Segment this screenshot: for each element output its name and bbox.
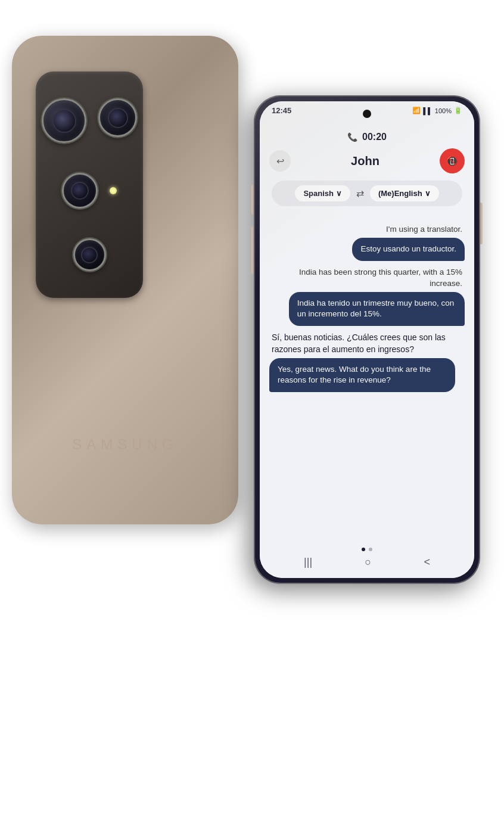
call-header: 📞 00:20 ↩ John 📵 Spanish ∨ ⇄ <box>260 117 474 218</box>
source-chevron-icon: ∨ <box>336 189 342 198</box>
call-timer: 📞 00:20 <box>269 132 465 142</box>
back-arrow-button[interactable]: ↩ <box>269 150 291 172</box>
chat-area: I'm using a translator. Estoy usando un … <box>260 218 474 543</box>
camera-row-bottom <box>73 238 106 271</box>
signal-icon: ▌▌ <box>423 107 433 114</box>
recent-apps-button[interactable]: ||| <box>304 556 312 568</box>
end-call-icon: 📵 <box>446 156 458 167</box>
message-2-original: India has been strong this quarter, with… <box>269 267 465 290</box>
camera-lens-quaternary <box>73 238 106 271</box>
camera-lens-tertiary <box>62 173 98 209</box>
camera-module <box>36 72 143 298</box>
bottom-navigation: ||| ○ < <box>260 543 474 578</box>
battery-icon: 🔋 <box>454 107 462 114</box>
page-dot-1 <box>362 548 365 551</box>
message-3-original: Sí, buenas noticias. ¿Cuáles crees que s… <box>269 332 465 355</box>
camera-lens-main <box>42 98 86 143</box>
front-power-button[interactable] <box>480 203 483 244</box>
camera-lens-secondary <box>98 98 137 137</box>
wifi-icon: 📶 <box>412 107 421 114</box>
back-arrow-icon: ↩ <box>276 156 284 167</box>
language-selector-row: Spanish ∨ ⇄ (Me)English ∨ <box>272 181 462 206</box>
message-2-translated: India ha tenido un trimestre muy bueno, … <box>289 292 465 327</box>
target-chevron-icon: ∨ <box>425 189 431 198</box>
camera-row-top <box>42 98 137 143</box>
nav-button-row: ||| ○ < <box>260 556 474 568</box>
status-icons: 📶 ▌▌ 100% 🔋 <box>412 107 462 114</box>
home-button[interactable]: ○ <box>365 556 371 568</box>
target-language-label: (Me)English <box>378 189 422 198</box>
battery-text: 100% <box>435 107 452 114</box>
message-3-translated: Yes, great news. What do you think are t… <box>269 358 455 393</box>
page-indicators <box>362 548 372 551</box>
selfie-camera <box>363 110 371 118</box>
brand-text: SAMSUNG <box>72 436 178 453</box>
source-language-label: Spanish <box>303 189 334 198</box>
flash-led <box>110 187 117 194</box>
front-volume-up[interactable] <box>251 185 254 215</box>
screen: 12:45 📶 ▌▌ 100% 🔋 📞 00:20 ↩ John 📵 <box>260 101 474 578</box>
call-name-row: ↩ John 📵 <box>269 148 465 173</box>
message-group-3: Sí, buenas noticias. ¿Cuáles crees que s… <box>269 332 465 392</box>
contact-name: John <box>291 154 440 168</box>
message-1-translated: Estoy usando un traductor. <box>352 238 465 261</box>
message-group-1: I'm using a translator. Estoy usando un … <box>269 224 465 261</box>
message-1-original: I'm using a translator. <box>384 224 465 235</box>
page-dot-2 <box>369 548 372 551</box>
back-button[interactable]: < <box>424 556 430 568</box>
source-language-pill[interactable]: Spanish ∨ <box>295 185 350 201</box>
target-language-pill[interactable]: (Me)English ∨ <box>370 185 439 201</box>
phone-front: 12:45 📶 ▌▌ 100% 🔋 📞 00:20 ↩ John 📵 <box>254 95 480 584</box>
phone-icon: 📞 <box>347 132 357 142</box>
call-duration: 00:20 <box>362 132 387 142</box>
phone-back: SAMSUNG <box>12 36 238 524</box>
swap-languages-icon[interactable]: ⇄ <box>356 188 364 199</box>
camera-row-middle <box>62 173 117 209</box>
status-time: 12:45 <box>272 106 291 115</box>
end-call-button[interactable]: 📵 <box>440 148 465 173</box>
message-group-2: India has been strong this quarter, with… <box>269 267 465 327</box>
front-volume-down[interactable] <box>251 226 254 274</box>
